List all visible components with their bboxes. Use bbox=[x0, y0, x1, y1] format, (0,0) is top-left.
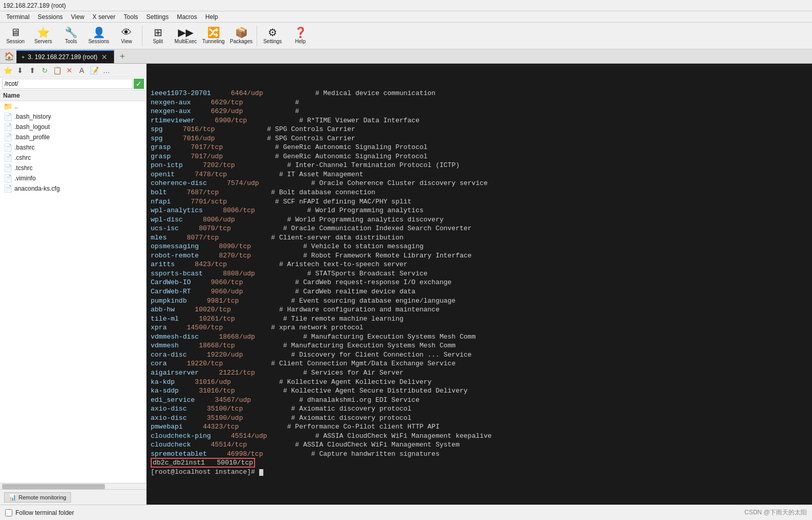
toolbar-tools-btn[interactable]: 🔧 Tools bbox=[58, 24, 84, 48]
toolbar-tunneling-btn[interactable]: 🔀 Tunneling bbox=[200, 24, 227, 48]
file-list-item[interactable]: 📄.bashrc bbox=[0, 142, 146, 153]
terminal[interactable]: ieee11073-20701 6464/udp # Medical devic… bbox=[147, 64, 812, 505]
sidebar-copy-btn[interactable]: 📋 bbox=[51, 65, 63, 76]
menu-view[interactable]: View bbox=[67, 12, 88, 22]
remote-monitoring-btn[interactable]: 📊 Remote monitoring bbox=[4, 492, 71, 503]
toolbar-help-btn[interactable]: ❓ Help bbox=[287, 24, 314, 48]
file-icon: 📁 bbox=[3, 102, 12, 110]
servers-icon: ⭐ bbox=[37, 27, 50, 38]
main-layout: ⭐ ⬇ ⬆ ↻ 📋 ✕ A 📝 … ✓ Name 📁..📄.bash_histo… bbox=[0, 64, 812, 505]
terminal-line: nfapi 7701/sctp # SCF nFAPI defining MAC… bbox=[151, 197, 808, 207]
toolbar-multiexec-btn[interactable]: ▶▶ MultiExec bbox=[172, 24, 199, 48]
toolbar-view-btn[interactable]: 👁 View bbox=[113, 24, 140, 48]
remote-monitoring-label: Remote monitoring bbox=[19, 494, 66, 500]
path-input[interactable] bbox=[2, 79, 133, 89]
terminal-line: opsmessaging 8090/tcp # Vehicle to stati… bbox=[151, 242, 808, 251]
file-name: anaconda-ks.cfg bbox=[14, 185, 60, 192]
terminal-line: nexgen-aux 6629/tcp # bbox=[151, 98, 808, 107]
toolbar-sessions-label: Sessions bbox=[88, 39, 110, 44]
sidebar-edit-btn[interactable]: 📝 bbox=[88, 65, 100, 76]
split-icon: ⊞ bbox=[154, 27, 163, 38]
toolbar: 🖥 Session ⭐ Servers 🔧 Tools 👤 Sessions 👁… bbox=[0, 23, 812, 49]
follow-terminal-checkbox[interactable] bbox=[5, 509, 12, 516]
menu-xserver[interactable]: X server bbox=[88, 12, 120, 22]
file-icon: 📄 bbox=[3, 133, 12, 141]
packages-icon: 📦 bbox=[235, 27, 248, 38]
new-tab-btn[interactable]: ＋ bbox=[116, 50, 129, 63]
sidebar-delete-btn[interactable]: ✕ bbox=[64, 65, 75, 76]
follow-terminal-label[interactable]: Follow terminal folder bbox=[15, 509, 74, 516]
toolbar-multiexec-label: MultiExec bbox=[174, 39, 196, 44]
file-name: .cshrc bbox=[14, 154, 31, 161]
sidebar-up-btn[interactable]: ⬆ bbox=[27, 65, 38, 76]
terminal-line: spg 7016/tcp # SPG Controls Carrier bbox=[151, 125, 808, 134]
toolbar-tunneling-label: Tunneling bbox=[202, 39, 225, 44]
terminal-line: aigairserver 21221/tcp # Services for Ai… bbox=[151, 368, 808, 378]
toolbar-session-btn[interactable]: 🖥 Session bbox=[2, 24, 29, 48]
menu-macros[interactable]: Macros bbox=[173, 12, 201, 22]
sidebar-star-btn[interactable]: ⭐ bbox=[2, 65, 13, 76]
file-list-item[interactable]: 📁.. bbox=[0, 101, 146, 112]
file-list[interactable]: 📁..📄.bash_history📄.bash_logout📄.bash_pro… bbox=[0, 101, 146, 483]
tab-close-btn[interactable]: ✕ bbox=[100, 53, 109, 61]
file-icon: 📄 bbox=[3, 174, 12, 182]
file-name: .. bbox=[14, 103, 18, 110]
menu-sessions[interactable]: Sessions bbox=[33, 12, 67, 22]
file-icon: 📄 bbox=[3, 123, 12, 131]
file-list-item[interactable]: 📄anaconda-ks.cfg bbox=[0, 183, 146, 194]
file-list-item[interactable]: 📄.bash_logout bbox=[0, 122, 146, 132]
tools-icon: 🔧 bbox=[65, 27, 78, 38]
file-list-item[interactable]: 📄.bash_profile bbox=[0, 132, 146, 142]
session-icon: 🖥 bbox=[10, 27, 21, 38]
terminal-line: cloudcheck 45514/tcp # ASSIA CloudCheck … bbox=[151, 440, 808, 450]
menu-terminal[interactable]: Terminal bbox=[2, 12, 33, 22]
terminal-line: vdmmesh 18668/tcp # Manufacturing Execut… bbox=[151, 341, 808, 350]
sidebar-scrollbar[interactable] bbox=[0, 483, 146, 489]
menu-help[interactable]: Help bbox=[201, 12, 222, 22]
toolbar-sep-2 bbox=[257, 26, 257, 46]
multiexec-icon: ▶▶ bbox=[178, 27, 193, 38]
menu-settings[interactable]: Settings bbox=[142, 12, 173, 22]
toolbar-split-btn[interactable]: ⊞ Split bbox=[145, 24, 171, 48]
toolbar-session-label: Session bbox=[6, 39, 25, 44]
tab-home-btn[interactable]: 🏠 bbox=[2, 50, 16, 63]
tab-green-dot: ● bbox=[22, 54, 25, 60]
menu-tools[interactable]: Tools bbox=[120, 12, 142, 22]
terminal-line: pumpkindb 9981/tcp # Event sourcing data… bbox=[151, 296, 808, 306]
file-icon: 📄 bbox=[3, 184, 12, 193]
terminal-line: pon-ictp 7202/tcp # Inter-Channel Termin… bbox=[151, 161, 808, 170]
file-list-item[interactable]: 📄.bash_history bbox=[0, 112, 146, 122]
toolbar-packages-btn[interactable]: 📦 Packages bbox=[228, 24, 255, 48]
toolbar-settings-btn[interactable]: ⚙ Settings bbox=[259, 24, 286, 48]
terminal-line: spremotetablet 46998/tcp # Capture handw… bbox=[151, 450, 808, 459]
file-list-item[interactable]: 📄.tcshrc bbox=[0, 163, 146, 173]
file-name: .bash_profile bbox=[14, 134, 50, 141]
terminal-line: rtimeviewer 6900/tcp # R*TIME Viewer Dat… bbox=[151, 116, 808, 125]
toolbar-servers-btn[interactable]: ⭐ Servers bbox=[30, 24, 57, 48]
terminal-line: axio-disc 35100/tcp # Axiomatic discover… bbox=[151, 404, 808, 414]
file-list-item[interactable]: 📄.cshrc bbox=[0, 153, 146, 163]
terminal-line: pmwebapi 44323/tcp # Performance Co-Pilo… bbox=[151, 422, 808, 432]
terminal-line: coherence-disc 7574/udp # Oracle Coheren… bbox=[151, 179, 808, 188]
path-ok-btn[interactable]: ✓ bbox=[134, 79, 144, 89]
file-list-item[interactable]: 📄.viminfo bbox=[0, 173, 146, 183]
file-icon: 📄 bbox=[3, 143, 12, 152]
toolbar-sep-1 bbox=[142, 26, 142, 46]
sidebar-more-btn[interactable]: … bbox=[101, 65, 112, 76]
view-icon: 👁 bbox=[121, 27, 132, 38]
cursor bbox=[259, 469, 263, 476]
terminal-line: axio-disc 35100/udp # Axiomatic discover… bbox=[151, 414, 808, 423]
terminal-line: bolt 7687/tcp # Bolt database connection bbox=[151, 188, 808, 197]
sidebar-down-btn[interactable]: ⬇ bbox=[14, 65, 26, 76]
toolbar-sessions-btn[interactable]: 👤 Sessions bbox=[85, 24, 112, 48]
sidebar-refresh-btn[interactable]: ↻ bbox=[39, 65, 50, 76]
active-tab[interactable]: ● 3. 192.168.227.189 (root) ✕ bbox=[16, 50, 114, 63]
file-name: .viminfo bbox=[14, 175, 35, 182]
terminal-line: grasp 7017/tcp # GeneRic Autonomic Signa… bbox=[151, 143, 808, 152]
terminal-line: wpl-disc 8006/udp # World Programming an… bbox=[151, 215, 808, 225]
terminal-line: aritts 8423/tcp # Aristech text-to-speec… bbox=[151, 260, 808, 269]
help-icon: ❓ bbox=[294, 27, 307, 38]
toolbar-help-label: Help bbox=[295, 39, 306, 44]
terminal-line: mles 8077/tcp # Client-server data distr… bbox=[151, 233, 808, 243]
sidebar-rename-btn[interactable]: A bbox=[76, 65, 87, 76]
